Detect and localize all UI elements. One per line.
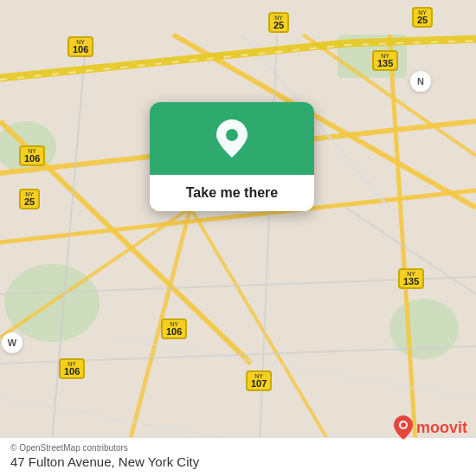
road-badge-ny106-btm-mid: NY 106 <box>161 318 187 339</box>
svg-point-22 <box>226 129 238 141</box>
road-badge-ny135-mid-right: NY 135 <box>398 268 424 289</box>
map-container: NY 106 NY 25 NY 25 NY 135 NY 106 NY 25 <box>0 0 476 476</box>
svg-point-24 <box>401 422 406 428</box>
moovit-logo: moovit <box>394 415 467 440</box>
map-background <box>0 0 476 476</box>
moovit-pin-icon <box>394 415 413 440</box>
address-text: 47 Fulton Avenue, New York City <box>10 454 466 469</box>
map-attribution: © OpenStreetMap contributors <box>10 443 466 453</box>
compass-w-btm: W <box>2 332 23 353</box>
location-pin-icon <box>216 119 248 158</box>
road-badge-ny25-top-right: NY 25 <box>412 7 433 28</box>
road-badge-ny135-top-right: NY 135 <box>372 50 398 71</box>
road-badge-ny106-top-left: NY 106 <box>68 36 93 57</box>
svg-point-3 <box>389 299 459 359</box>
bottom-bar: © OpenStreetMap contributors 47 Fulton A… <box>0 437 476 476</box>
road-badge-ny25-top-mid: NY 25 <box>268 12 289 33</box>
compass-n-right: N <box>410 71 431 92</box>
road-badge-ny106-mid-left: NY 106 <box>19 145 45 166</box>
take-me-there-button[interactable]: Take me there <box>150 175 314 211</box>
road-badge-ny107-btm: NY 107 <box>246 370 272 391</box>
moovit-text: moovit <box>416 419 467 437</box>
road-badge-ny106-btm-left: NY 106 <box>59 358 85 379</box>
popup-green-area <box>150 102 314 175</box>
location-popup: Take me there <box>150 102 314 211</box>
road-badge-ny25-mid-left: NY 25 <box>19 189 40 209</box>
